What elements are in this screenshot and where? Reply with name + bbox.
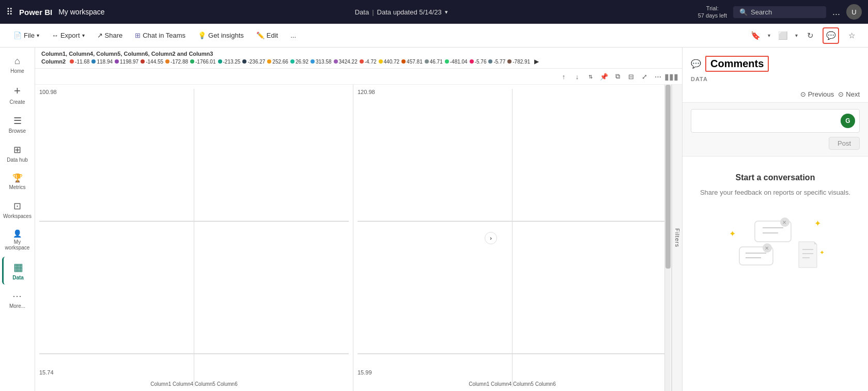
filter-button[interactable]: ⊟ [624, 70, 638, 83]
sidebar-item-workspaces[interactable]: ⊡ Workspaces [2, 196, 33, 223]
svg-text:✕: ✕ [782, 220, 786, 225]
next-button[interactable]: ⊙ Next [838, 90, 860, 98]
sidebar-item-workspaces-label: Workspaces [3, 213, 32, 219]
insights-label: Get insights [208, 32, 244, 39]
sidebar-item-more[interactable]: ··· More... [2, 287, 33, 313]
workspaces-icon: ⊡ [13, 200, 21, 212]
left-chart-x-labels: Column1 Column4 Column5 Column6 [35, 379, 353, 387]
sort-both-button[interactable]: ⇅ [584, 70, 597, 83]
chart-controls: ↑ ↓ ⇅ 📌 ⧉ ⊟ ⤢ ⋯ ▮▮▮ [35, 69, 682, 85]
favorite-button[interactable]: ☆ [843, 27, 860, 44]
search-box[interactable]: 🔍 Search [733, 6, 826, 18]
toolbar-right: 🔖 ▾ ⬜ ▾ ↻ 💬 ☆ [747, 27, 860, 44]
get-insights-button[interactable]: 💡 Get insights [193, 29, 249, 41]
comments-post-row: Post [691, 133, 860, 150]
right-chart-panel: 120.98 15.99 Column1 Column4 Column5 Col… [353, 85, 672, 391]
comments-panel-icon: 💬 [691, 59, 701, 69]
more-toolbar-button[interactable]: ... [285, 29, 301, 41]
sidebar-item-myworkspace-label: My workspace [4, 239, 31, 251]
legend-chip-19: -782.91 [507, 59, 530, 65]
myworkspace-icon: 👤 [13, 229, 22, 238]
filters-label: Filters [674, 228, 680, 247]
comments-subtitle: DATA [683, 76, 868, 86]
legend-chip-18: -5.77 [488, 59, 505, 65]
legend-chip-14: 457.81 [401, 59, 423, 65]
sort-desc-button[interactable]: ↓ [570, 70, 584, 83]
copy-button[interactable]: ⧉ [611, 70, 624, 83]
bars-icon: ▮▮▮ [664, 70, 678, 83]
export-label: Export [60, 32, 80, 39]
legend-chip-8: 252.66 [267, 59, 288, 65]
sidebar-item-browse[interactable]: ☰ Browse [2, 111, 33, 138]
previous-button[interactable]: ⊙ Previous [800, 90, 834, 98]
file-chevron-icon: ▾ [37, 33, 39, 38]
apps-icon[interactable]: ⠿ [6, 6, 13, 18]
sidebar-item-metrics[interactable]: 🏆 Metrics [2, 169, 33, 194]
teams-icon: ⊞ [135, 32, 141, 39]
more-options-icon[interactable]: ... [832, 7, 840, 18]
legend-chip-6: -213.25 [218, 59, 241, 65]
export-button[interactable]: ↔ Export ▾ [47, 29, 90, 41]
series-label: Column2 [41, 58, 66, 65]
sidebar-item-home-label: Home [10, 68, 24, 74]
chevron-down-icon[interactable]: ▾ [445, 9, 448, 15]
legend-chip-13: 440.72 [379, 59, 400, 65]
comments-panel: 💬 Comments DATA ⊙ Previous ⊙ Next G Post [682, 48, 868, 391]
filters-panel[interactable]: Filters [672, 85, 682, 391]
scroll-right-icon[interactable]: ▶ [534, 58, 539, 65]
bookmark-button[interactable]: 🔖 [747, 27, 764, 44]
comments-button[interactable]: 💬 [823, 27, 839, 44]
sidebar-item-data[interactable]: ▦ Data [2, 257, 33, 285]
export-icon: ↔ [52, 32, 58, 39]
next-label: Next [846, 90, 860, 98]
sidebar-item-datahub-label: Data hub [7, 157, 28, 163]
legend-chip-7: -236.27 [242, 59, 265, 65]
chart-more-button[interactable]: ⋯ [651, 70, 664, 83]
edit-icon: ✏️ [256, 32, 265, 39]
nav-center: Data | Data updated 5/14/23 ▾ [109, 8, 694, 16]
chart-title: Column1, Column4, Column5, Column6, Colu… [41, 51, 676, 57]
file-label: File [24, 32, 35, 39]
workspace-name[interactable]: My workspace [58, 8, 104, 16]
avatar[interactable]: U [846, 4, 862, 20]
previous-label: Previous [808, 90, 834, 98]
post-button[interactable]: Post [829, 137, 860, 150]
sidebar-item-home[interactable]: ⌂ Home [2, 52, 33, 78]
view-button[interactable]: ⬜ [774, 27, 791, 44]
view-chevron-icon[interactable]: ▾ [795, 33, 798, 38]
legend-chip-12: -4.72 [360, 59, 377, 65]
search-icon: 🔍 [739, 8, 748, 16]
sort-asc-button[interactable]: ↑ [557, 70, 570, 83]
sidebar: ⌂ Home + Create ☰ Browse ⊞ Data hub 🏆 Me… [0, 48, 35, 391]
bookmark-chevron-icon[interactable]: ▾ [768, 33, 770, 38]
sidebar-item-create[interactable]: + Create [2, 80, 33, 109]
edit-label: Edit [267, 32, 278, 39]
collapse-panel-button[interactable]: › [485, 232, 497, 244]
svg-marker-20 [814, 242, 817, 244]
pin-button[interactable]: 📌 [597, 70, 611, 83]
nav-right: Trial: 57 days left 🔍 Search ... U [698, 4, 862, 20]
file-button[interactable]: 📄 File ▾ [8, 29, 44, 41]
expand-button[interactable]: ⤢ [638, 70, 651, 83]
edit-button[interactable]: ✏️ Edit [251, 29, 283, 41]
scrollbar-thumb[interactable] [665, 85, 671, 269]
main-layout: ⌂ Home + Create ☰ Browse ⊞ Data hub 🏆 Me… [0, 48, 868, 391]
legend-items: Column2 -11.68 118.94 1198.97 -144.55 -1… [41, 58, 676, 65]
legend-chip-4: -172.88 [165, 59, 188, 65]
comment-input[interactable] [695, 117, 836, 125]
chat-in-teams-button[interactable]: ⊞ Chat in Teams [130, 29, 191, 41]
legend-chip-9: 26.92 [290, 59, 308, 65]
scrollbar-track[interactable] [664, 85, 671, 391]
left-chart-y-top: 100.98 [39, 89, 57, 95]
svg-text:✦: ✦ [814, 219, 821, 228]
refresh-button[interactable]: ↻ [802, 27, 818, 44]
share-button[interactable]: ↗ Share [92, 29, 128, 41]
left-chart-svg [39, 89, 349, 387]
legend-chip-10: 313.58 [311, 59, 332, 65]
trial-line2: 57 days left [698, 12, 727, 19]
svg-marker-19 [799, 242, 817, 268]
sidebar-item-myworkspace[interactable]: 👤 My workspace [2, 225, 33, 255]
data-icon: ▦ [13, 261, 23, 273]
sidebar-item-datahub[interactable]: ⊞ Data hub [2, 140, 33, 167]
legend-chip-11: 3424.22 [334, 59, 358, 65]
